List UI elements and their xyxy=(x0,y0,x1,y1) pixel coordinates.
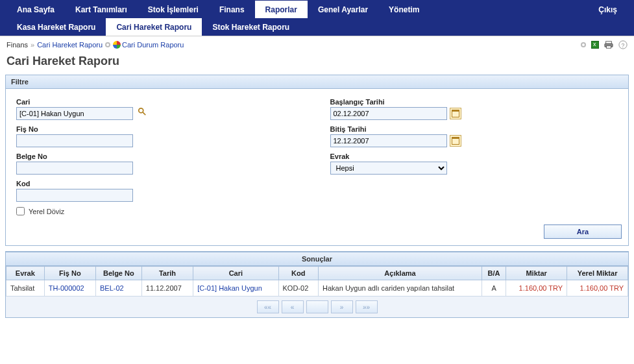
kod-label: Kod xyxy=(16,180,304,188)
col-evrak[interactable]: Evrak xyxy=(6,267,45,280)
cell-evrak: Tahsilat xyxy=(6,280,45,297)
help-icon[interactable]: ? xyxy=(618,40,628,49)
col-aciklama[interactable]: Açıklama xyxy=(319,267,482,280)
filter-header: Filtre xyxy=(6,75,628,89)
crumb-account-status[interactable]: Cari Durum Raporu xyxy=(122,41,184,49)
evrak-select[interactable]: Hepsi xyxy=(330,162,447,175)
cari-label: Cari xyxy=(16,98,304,106)
pager-last[interactable]: »» xyxy=(356,300,378,313)
svg-text:?: ? xyxy=(622,42,625,49)
subnav-stock-report[interactable]: Stok Hareket Raporu xyxy=(202,18,300,36)
baslangic-label: Başlangıç Tarihi xyxy=(330,98,618,106)
col-kod[interactable]: Kod xyxy=(278,267,319,280)
crumb-sep-1: » xyxy=(30,41,34,49)
cell-aciklama: Hakan Uygun adlı cariden yapılan tahsila… xyxy=(319,280,482,297)
svg-rect-0 xyxy=(606,42,612,44)
results-table: Evrak Fiş No Belge No Tarih Cari Kod Açı… xyxy=(6,266,628,297)
crumb-account-movement[interactable]: Cari Hareket Raporu xyxy=(37,41,103,49)
col-yerel-miktar[interactable]: Yerel Miktar xyxy=(567,267,628,280)
svg-line-6 xyxy=(143,112,145,115)
baslangic-calendar-icon[interactable] xyxy=(450,108,461,119)
col-tarih[interactable]: Tarih xyxy=(141,267,193,280)
nav-general-settings[interactable]: Genel Ayarlar xyxy=(308,0,378,18)
nav-management[interactable]: Yönetim xyxy=(378,0,430,18)
subnav-cash-report[interactable]: Kasa Hareket Raporu xyxy=(6,18,106,36)
cell-cari-link[interactable]: [C-01] Hakan Uygun xyxy=(193,280,278,297)
yerel-doviz-label: Yerel Döviz xyxy=(29,208,64,215)
col-miktar[interactable]: Miktar xyxy=(506,267,567,280)
cari-lookup-icon[interactable] xyxy=(138,107,148,117)
nav-card-defs[interactable]: Kart Tanımları xyxy=(65,0,138,18)
pager-prev[interactable]: « xyxy=(282,300,304,313)
bitis-label: Bitiş Tarihi xyxy=(330,125,618,133)
cell-fisno-link[interactable]: TH-000002 xyxy=(44,280,95,297)
svg-point-5 xyxy=(139,108,143,113)
table-row: Tahsilat TH-000002 BEL-02 11.12.2007 [C-… xyxy=(6,280,628,297)
refresh-icon[interactable] xyxy=(581,42,586,47)
results-panel: Sonuçlar Evrak Fiş No Belge No Tarih Car… xyxy=(5,251,629,297)
filter-left-col: Cari Fiş No Belge No Kod Yerel Döviz xyxy=(16,98,304,215)
nav-home[interactable]: Ana Sayfa xyxy=(6,0,65,18)
cari-input[interactable] xyxy=(16,107,133,120)
nav-stock-ops[interactable]: Stok İşlemleri xyxy=(138,0,209,18)
top-nav: Ana Sayfa Kart Tanımları Stok İşlemleri … xyxy=(0,0,634,18)
pager: «« « » »» xyxy=(5,297,629,318)
belgeno-input[interactable] xyxy=(16,162,133,175)
page-title: Cari Hareket Raporu xyxy=(0,53,634,75)
bitis-calendar-icon[interactable] xyxy=(450,135,461,147)
results-header: Sonuçlar xyxy=(6,252,628,266)
filter-right-col: Başlangıç Tarihi Bitiş Tarihi Evrak Heps… xyxy=(330,98,618,215)
kod-input[interactable] xyxy=(16,189,133,202)
sub-nav: Kasa Hareket Raporu Cari Hareket Raporu … xyxy=(0,18,634,36)
cell-kod: KOD-02 xyxy=(278,280,319,297)
breadcrumb: Finans » Cari Hareket Raporu Cari Durum … xyxy=(0,36,634,53)
cell-yerel-miktar: 1.160,00 TRY xyxy=(567,280,628,297)
excel-export-icon[interactable] xyxy=(591,41,599,49)
subnav-account-report[interactable]: Cari Hareket Raporu xyxy=(106,18,202,36)
svg-rect-2 xyxy=(607,46,611,49)
col-ba[interactable]: B/A xyxy=(482,267,506,280)
col-belgeno[interactable]: Belge No xyxy=(96,267,142,280)
evrak-label: Evrak xyxy=(330,152,618,160)
col-fisno[interactable]: Fiş No xyxy=(44,267,95,280)
yerel-doviz-checkbox[interactable] xyxy=(16,207,25,215)
report-icon xyxy=(113,41,121,49)
cell-miktar: 1.160,00 TRY xyxy=(506,280,567,297)
nav-exit[interactable]: Çıkış xyxy=(588,0,628,18)
ring-icon xyxy=(105,42,110,47)
toolbar: ? xyxy=(581,40,628,49)
crumb-finance[interactable]: Finans xyxy=(6,41,28,49)
pager-sep xyxy=(306,300,328,313)
bitis-input[interactable] xyxy=(330,134,447,147)
nav-reports[interactable]: Raporlar xyxy=(255,0,308,18)
cell-belgeno-link[interactable]: BEL-02 xyxy=(96,280,142,297)
pager-next[interactable]: » xyxy=(331,300,353,313)
fisno-input[interactable] xyxy=(16,134,133,147)
search-button[interactable]: Ara xyxy=(544,224,622,239)
cell-tarih: 11.12.2007 xyxy=(141,280,193,297)
print-icon[interactable] xyxy=(604,40,613,49)
fisno-label: Fiş No xyxy=(16,125,304,133)
col-cari[interactable]: Cari xyxy=(193,267,278,280)
belgeno-label: Belge No xyxy=(16,152,304,160)
pager-first[interactable]: «« xyxy=(257,300,279,313)
nav-spacer xyxy=(430,0,588,18)
cell-ba: A xyxy=(482,280,506,297)
filter-panel: Filtre Cari Fiş No Belge No Kod xyxy=(5,75,629,246)
nav-finance[interactable]: Finans xyxy=(209,0,255,18)
baslangic-input[interactable] xyxy=(330,107,447,120)
